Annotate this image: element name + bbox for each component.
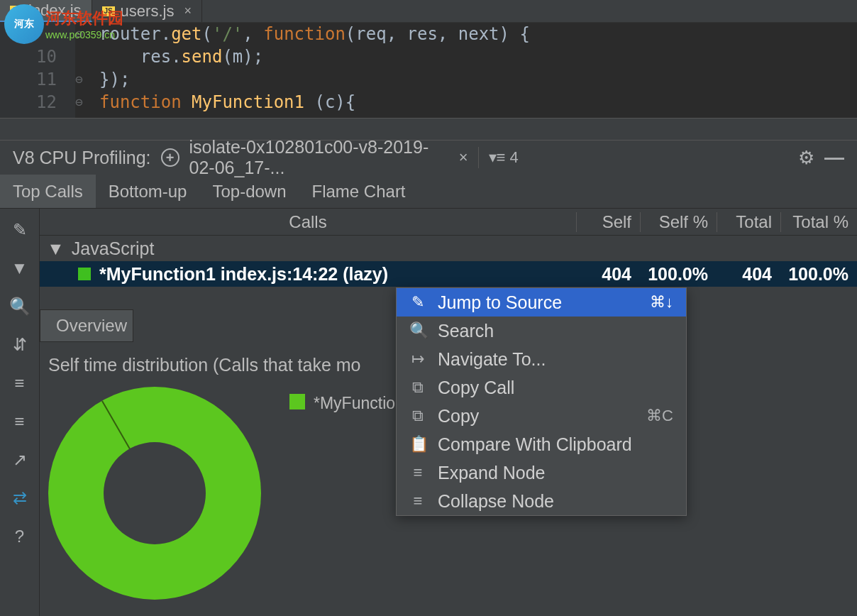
tree-icon[interactable]: ⇵ xyxy=(13,335,27,355)
edit-icon: ✎ xyxy=(409,293,426,312)
search-icon: 🔍 xyxy=(409,321,426,340)
diff-icon[interactable]: ⇄ xyxy=(13,488,27,508)
copy-icon: ⧉ xyxy=(409,407,426,425)
menu-copy-call[interactable]: ⧉ Copy Call xyxy=(397,373,686,402)
copy-icon: ⧉ xyxy=(409,378,426,397)
color-swatch-icon xyxy=(78,268,91,280)
profiler-sidebar: ✎ ▼ 🔍 ⇵ ≡ ≡ ↗ ⇄ ? xyxy=(0,209,40,616)
menu-copy[interactable]: ⧉ Copy ⌘C xyxy=(397,402,686,430)
collapse-icon: ≡ xyxy=(409,492,426,510)
donut-chart xyxy=(48,387,261,600)
tab-top-down[interactable]: Top-down xyxy=(199,175,299,208)
context-menu: ✎ Jump to Source ⌘↓ 🔍 Search ↦ Navigate … xyxy=(396,287,687,516)
collapse-icon[interactable]: ≡ xyxy=(14,412,24,431)
menu-search[interactable]: 🔍 Search xyxy=(397,317,686,345)
menu-navigate-to[interactable]: ↦ Navigate To... xyxy=(397,345,686,373)
watermark-logo-icon: 河东 xyxy=(4,4,44,44)
close-icon[interactable]: × xyxy=(459,148,468,167)
menu-compare-clipboard[interactable]: 📋 Compare With Clipboard xyxy=(397,430,686,458)
code-body[interactable]: router.get('/', function(req, res, next)… xyxy=(75,23,530,118)
gear-icon[interactable]: ⚙ xyxy=(798,147,814,169)
legend-swatch-icon xyxy=(289,394,305,409)
minimize-icon[interactable]: — xyxy=(824,146,844,169)
tab-flame-chart[interactable]: Flame Chart xyxy=(299,175,419,208)
col-calls[interactable]: Calls xyxy=(40,212,576,232)
help-icon[interactable]: ? xyxy=(15,527,24,546)
menu-collapse-node[interactable]: ≡ Collapse Node xyxy=(397,487,686,515)
edit-icon[interactable]: ✎ xyxy=(13,220,27,240)
menu-expand-node[interactable]: ≡ Expand Node xyxy=(397,458,686,487)
profiler-file-name[interactable]: isolate-0x102801c00-v8-2019-02-06_17-... xyxy=(189,137,449,178)
tab-overview[interactable]: Overview xyxy=(40,309,133,342)
expand-icon: ≡ xyxy=(409,463,426,482)
chart-legend: *MyFunction xyxy=(289,387,404,600)
watermark-url: www.pc0359.cn xyxy=(45,29,123,40)
col-self[interactable]: Self xyxy=(576,212,640,232)
tab-label: users.js xyxy=(121,2,175,21)
close-icon[interactable]: × xyxy=(184,4,192,18)
col-total-pct[interactable]: Total % xyxy=(780,212,857,232)
col-self-pct[interactable]: Self % xyxy=(640,212,717,232)
editor-tab-bar: JS index.js JS users.js × xyxy=(0,0,857,23)
watermark: 河东 河东软件园 www.pc0359.cn xyxy=(4,4,123,44)
navigate-icon: ↦ xyxy=(409,350,426,368)
export-icon[interactable]: ↗ xyxy=(13,450,27,470)
clipboard-icon: 📋 xyxy=(409,435,426,453)
code-editor[interactable]: 10 11 12 13 router.get('/', function(req… xyxy=(0,23,857,118)
expand-icon[interactable]: ≡ xyxy=(14,373,24,393)
tree-group-javascript[interactable]: ▼ JavaScript xyxy=(40,236,857,261)
tree-row-myfunction1[interactable]: *MyFunction1 index.js:14:22 (lazy) 404 1… xyxy=(40,261,857,287)
tree-level-control[interactable]: ▾≡ 4 xyxy=(489,148,519,167)
tab-bottom-up[interactable]: Bottom-up xyxy=(96,175,200,208)
menu-jump-to-source[interactable]: ✎ Jump to Source ⌘↓ xyxy=(397,288,686,317)
chevron-down-icon[interactable]: ▼ xyxy=(47,238,65,259)
filter-icon[interactable]: ▼ xyxy=(11,258,28,278)
legend-label: *MyFunction xyxy=(314,394,404,413)
separator xyxy=(478,147,479,168)
table-header: Calls Self Self % Total Total % xyxy=(40,209,857,236)
col-total[interactable]: Total xyxy=(717,212,780,232)
profiler-tabs: Top Calls Bottom-up Top-down Flame Chart xyxy=(0,175,857,209)
profiler-title: V8 CPU Profiling: xyxy=(13,148,151,168)
profiler-header: V8 CPU Profiling: + isolate-0x102801c00-… xyxy=(0,141,857,175)
watermark-text: 河东软件园 xyxy=(45,8,123,29)
add-button[interactable]: + xyxy=(161,148,179,167)
tab-top-calls[interactable]: Top Calls xyxy=(0,175,96,208)
search-icon[interactable]: 🔍 xyxy=(9,297,31,317)
